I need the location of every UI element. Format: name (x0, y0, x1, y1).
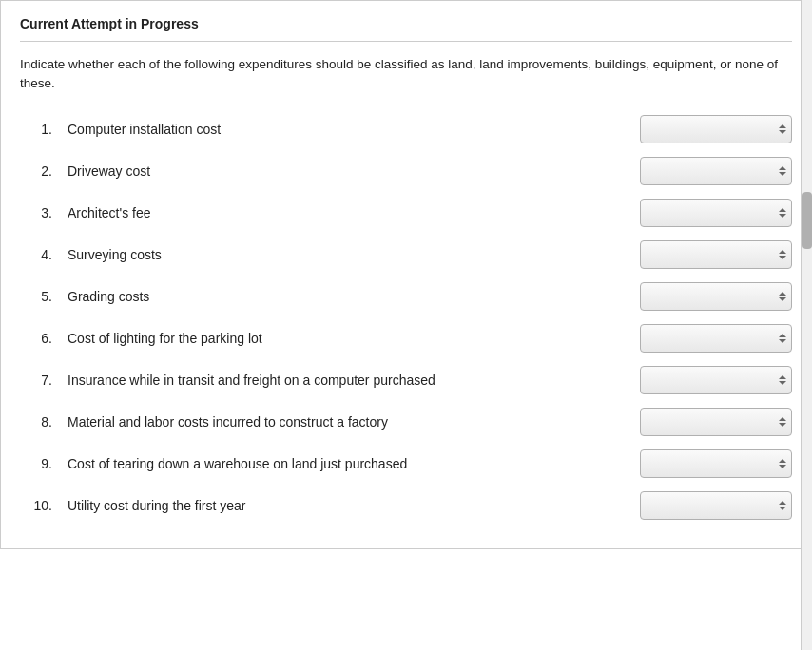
dropdown-select-3[interactable]: LandLand ImprovementsBuildingsEquipmentN… (640, 199, 792, 227)
question-row: 1.Computer installation costLandLand Imp… (20, 115, 792, 143)
dropdown-wrapper: LandLand ImprovementsBuildingsEquipmentN… (640, 115, 792, 143)
dropdown-wrapper: LandLand ImprovementsBuildingsEquipmentN… (640, 282, 792, 311)
question-row: 3.Architect's feeLandLand ImprovementsBu… (20, 199, 792, 227)
question-number: 1. (20, 122, 56, 137)
question-text: Surveying costs (68, 247, 628, 262)
question-number: 10. (20, 498, 56, 513)
question-text: Insurance while in transit and freight o… (68, 373, 628, 388)
dropdown-wrapper: LandLand ImprovementsBuildingsEquipmentN… (640, 491, 792, 520)
dropdown-wrapper: LandLand ImprovementsBuildingsEquipmentN… (640, 157, 792, 185)
dropdown-select-7[interactable]: LandLand ImprovementsBuildingsEquipmentN… (640, 366, 792, 394)
dropdown-select-4[interactable]: LandLand ImprovementsBuildingsEquipmentN… (640, 240, 792, 269)
scrollbar[interactable] (801, 0, 812, 650)
question-number: 9. (20, 456, 56, 471)
question-text: Material and labor costs incurred to con… (68, 414, 628, 430)
question-row: 9.Cost of tearing down a warehouse on la… (20, 449, 792, 478)
question-number: 5. (20, 289, 56, 304)
question-number: 7. (20, 373, 56, 388)
question-row: 4.Surveying costsLandLand ImprovementsBu… (20, 240, 792, 269)
dropdown-select-2[interactable]: LandLand ImprovementsBuildingsEquipmentN… (640, 157, 792, 185)
question-row: 7.Insurance while in transit and freight… (20, 366, 792, 394)
question-text: Cost of tearing down a warehouse on land… (68, 456, 628, 471)
dropdown-wrapper: LandLand ImprovementsBuildingsEquipmentN… (640, 449, 792, 478)
page-container: Current Attempt in Progress Indicate whe… (0, 0, 812, 549)
page-header: Current Attempt in Progress (20, 16, 792, 42)
dropdown-select-9[interactable]: LandLand ImprovementsBuildingsEquipmentN… (640, 449, 792, 478)
question-number: 4. (20, 247, 56, 262)
question-text: Computer installation cost (68, 122, 628, 137)
question-row: 6.Cost of lighting for the parking lotLa… (20, 324, 792, 353)
question-text: Grading costs (68, 289, 628, 304)
dropdown-select-10[interactable]: LandLand ImprovementsBuildingsEquipmentN… (640, 491, 792, 520)
question-number: 6. (20, 331, 56, 346)
question-row: 5.Grading costsLandLand ImprovementsBuil… (20, 282, 792, 311)
dropdown-select-6[interactable]: LandLand ImprovementsBuildingsEquipmentN… (640, 324, 792, 353)
dropdown-select-5[interactable]: LandLand ImprovementsBuildingsEquipmentN… (640, 282, 792, 311)
instructions-text: Indicate whether each of the following e… (20, 55, 792, 94)
scrollbar-thumb[interactable] (802, 192, 812, 249)
dropdown-wrapper: LandLand ImprovementsBuildingsEquipmentN… (640, 408, 792, 436)
dropdown-select-8[interactable]: LandLand ImprovementsBuildingsEquipmentN… (640, 408, 792, 436)
question-text: Cost of lighting for the parking lot (68, 331, 628, 346)
question-row: 10.Utility cost during the first yearLan… (20, 491, 792, 520)
question-list: 1.Computer installation costLandLand Imp… (20, 115, 792, 520)
question-row: 2.Driveway costLandLand ImprovementsBuil… (20, 157, 792, 185)
question-number: 2. (20, 163, 56, 179)
question-number: 8. (20, 414, 56, 430)
question-text: Driveway cost (68, 163, 628, 179)
question-row: 8.Material and labor costs incurred to c… (20, 408, 792, 436)
question-text: Utility cost during the first year (68, 498, 628, 513)
dropdown-wrapper: LandLand ImprovementsBuildingsEquipmentN… (640, 324, 792, 353)
dropdown-wrapper: LandLand ImprovementsBuildingsEquipmentN… (640, 199, 792, 227)
dropdown-wrapper: LandLand ImprovementsBuildingsEquipmentN… (640, 366, 792, 394)
question-number: 3. (20, 205, 56, 220)
dropdown-wrapper: LandLand ImprovementsBuildingsEquipmentN… (640, 240, 792, 269)
dropdown-select-1[interactable]: LandLand ImprovementsBuildingsEquipmentN… (640, 115, 792, 143)
question-text: Architect's fee (68, 205, 628, 220)
